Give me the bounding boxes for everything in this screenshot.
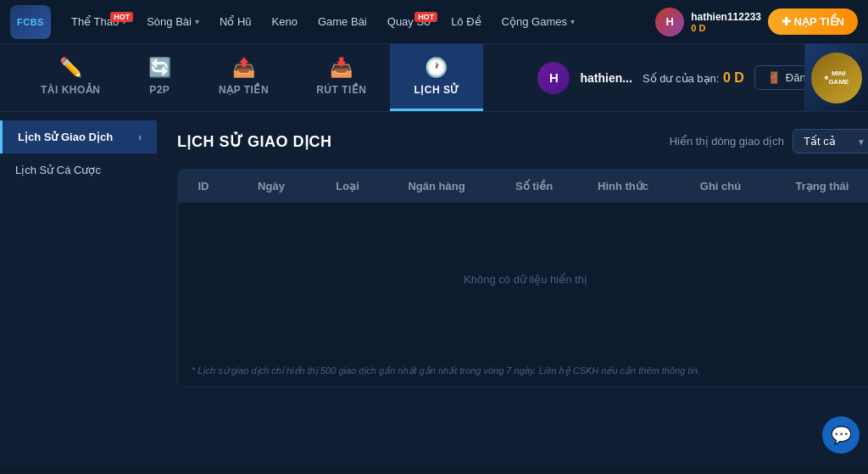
balance-label: Số dư của bạn: xyxy=(643,72,720,85)
tab-label-tai-khoan: TÀI KHOẢN xyxy=(41,84,101,96)
nav-item-song-bai[interactable]: Sòng Bài ▾ xyxy=(138,10,208,33)
filter-label: Hiển thị dòng giao dịch xyxy=(670,135,784,148)
tab-label-lich-su: LỊCH SỬ xyxy=(414,84,459,96)
empty-text: Không có dữ liệu hiển thị xyxy=(464,273,587,286)
nav-label-game-bai: Game Bài xyxy=(318,15,367,28)
col-so-tien: Số tiền xyxy=(492,180,576,192)
chat-bubble-button[interactable]: 💬 xyxy=(822,416,860,454)
user-balance-nav: 0 D xyxy=(691,23,761,33)
filter-select-wrapper[interactable]: Tất cả Nạp tiền Rút tiền xyxy=(793,129,868,153)
p2p-icon: 🔄 xyxy=(148,57,172,79)
nav-item-game-bai[interactable]: Game Bài xyxy=(309,10,376,33)
tab-label-nap-tien: NẠP TIỀN xyxy=(219,84,269,96)
balance-info: Số dư của bạn: 0 D xyxy=(643,70,744,86)
tab-nap-tien[interactable]: 📤 NẠP TIỀN xyxy=(195,44,292,111)
sidebar: Lịch Sử Giao Dịch › Lịch Sử Cá Cược xyxy=(0,112,157,468)
user-area: H hathien112233 0 D ✚ NẠP TIỀN xyxy=(655,8,858,36)
lich-su-icon: 🕐 xyxy=(425,57,448,79)
nav-label-no-hu: Nổ Hũ xyxy=(220,15,252,28)
col-hinh-thuc: Hình thức xyxy=(576,180,670,192)
col-trang-thai: Trạng thái xyxy=(771,180,868,192)
nav-label-song-bai: Sòng Bài xyxy=(147,15,192,28)
tab-tai-khoan[interactable]: ✏️ TÀI KHOẢN xyxy=(17,44,125,111)
transaction-table: ID Ngày Loại Ngân hàng Số tiền Hình thức… xyxy=(177,169,868,388)
sub-navigation: ✏️ TÀI KHOẢN 🔄 P2P 📤 NẠP TIỀN 📥 RÚT TIỀN… xyxy=(0,44,868,112)
hot-badge-the-thao: HOT xyxy=(110,12,133,22)
col-ngay: Ngày xyxy=(229,180,314,192)
nav-label-keno: Keno xyxy=(272,15,298,28)
logout-icon: 🚪 xyxy=(767,71,781,84)
tab-label-rut-tien: RÚT TIỀN xyxy=(316,84,366,96)
content-area: LỊCH SỬ GIAO DỊCH Hiển thị dòng giao dịc… xyxy=(157,112,868,468)
top-navigation: FCBS Thể Thao HOT ▾ Sòng Bài ▾ Nổ Hũ Ken… xyxy=(0,0,868,44)
sidebar-label-lich-su-ca-cuoc: Lịch Sử Cá Cược xyxy=(15,164,101,176)
col-loai: Loại xyxy=(314,180,381,192)
nap-tien-icon: 📤 xyxy=(232,57,256,79)
main-content: Lịch Sử Giao Dịch › Lịch Sử Cá Cược LỊCH… xyxy=(0,112,868,468)
nav-label-lo-de: Lô Đề xyxy=(451,15,481,28)
nav-label-cong-games: Cộng Games xyxy=(502,15,567,28)
user-avatar-nav: H xyxy=(655,8,684,36)
hot-badge-quay-so: HOT xyxy=(415,12,437,22)
nav-item-no-hu[interactable]: Nổ Hũ xyxy=(211,10,260,33)
filter-area: Hiển thị dòng giao dịch Tất cả Nạp tiền … xyxy=(670,129,868,153)
logo[interactable]: FCBS xyxy=(10,5,51,39)
tab-rut-tien[interactable]: 📥 RÚT TIỀN xyxy=(292,44,390,111)
content-header: LỊCH SỬ GIAO DỊCH Hiển thị dòng giao dịc… xyxy=(177,129,868,153)
tab-lich-su[interactable]: 🕐 LỊCH SỬ xyxy=(390,44,483,111)
nap-tien-button[interactable]: ✚ NẠP TIỀN xyxy=(768,8,858,35)
tai-khoan-icon: ✏️ xyxy=(59,57,83,79)
nav-item-keno[interactable]: Keno xyxy=(264,10,306,33)
col-ghi-chu: Ghi chú xyxy=(670,180,771,192)
chat-icon: 💬 xyxy=(831,425,852,445)
sidebar-label-lich-su-giao-dich: Lịch Sử Giao Dịch xyxy=(18,131,113,143)
col-id: ID xyxy=(178,180,229,192)
filter-select[interactable]: Tất cả Nạp tiền Rút tiền xyxy=(793,129,868,153)
balance-amount: 0 D xyxy=(723,70,744,85)
table-footer: * Lịch sử giao dịch chỉ hiển thị 500 gia… xyxy=(178,355,868,387)
table-body: Không có dữ liệu hiển thị xyxy=(178,203,868,355)
nav-item-lo-de[interactable]: Lô Đề xyxy=(442,10,489,33)
nav-item-quay-so[interactable]: Quay Số HOT xyxy=(379,10,439,33)
sidebar-item-lich-su-ca-cuoc[interactable]: Lịch Sử Cá Cược xyxy=(0,153,157,187)
tab-p2p[interactable]: 🔄 P2P xyxy=(125,44,196,111)
sidebar-item-lich-su-giao-dich[interactable]: Lịch Sử Giao Dịch › xyxy=(0,120,157,153)
user-avatar-sub: H xyxy=(537,62,570,94)
col-ngan-hang: Ngân hàng xyxy=(381,180,492,192)
mini-game-badge[interactable]: ♠MINIGAME xyxy=(804,44,868,111)
user-name-nav: hathien112233 xyxy=(691,11,761,23)
rut-tien-icon: 📥 xyxy=(330,57,353,79)
nav-item-cong-games[interactable]: Cộng Games ▾ xyxy=(493,10,583,33)
logo-text: FCBS xyxy=(10,5,51,39)
user-info-nav: hathien112233 0 D xyxy=(691,11,761,33)
nav-item-the-thao[interactable]: Thể Thao HOT ▾ xyxy=(63,10,135,33)
page-title: LỊCH SỬ GIAO DỊCH xyxy=(177,132,332,151)
mini-game-circle: ♠MINIGAME xyxy=(811,53,862,103)
user-name-sub: hathien... xyxy=(580,71,632,85)
user-name-sub-wrapper: hathien... xyxy=(580,71,632,85)
sidebar-chevron-lich-su: › xyxy=(138,131,142,143)
table-header: ID Ngày Loại Ngân hàng Số tiền Hình thức… xyxy=(178,170,868,203)
tab-label-p2p: P2P xyxy=(149,84,170,96)
